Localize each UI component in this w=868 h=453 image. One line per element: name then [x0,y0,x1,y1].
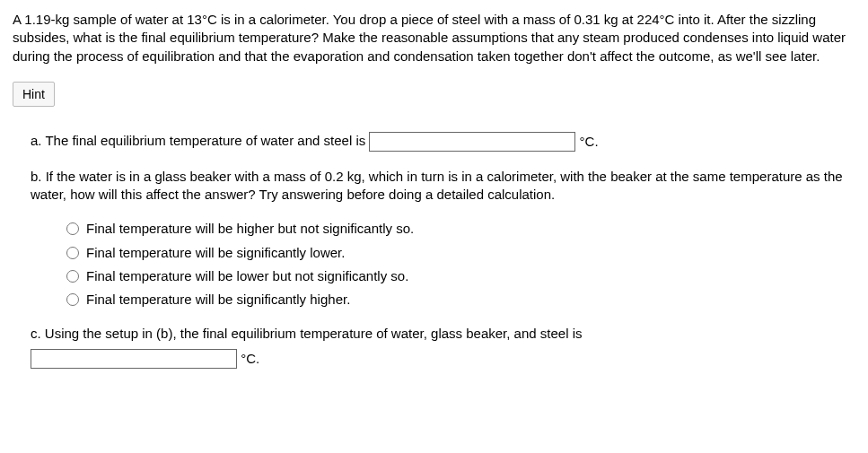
part-b-option-label: Final temperature will be significantly … [86,244,345,262]
part-b-option-label: Final temperature will be significantly … [86,291,350,309]
parts-container: a. The final equilibrium temperature of … [13,132,847,369]
option-row: Final temperature will be significantly … [66,244,847,262]
part-c-text: c. Using the setup in (b), the final equ… [31,325,847,343]
hint-button[interactable]: Hint [13,82,55,107]
option-row: Final temperature will be higher but not… [66,220,847,238]
option-row: Final temperature will be lower but not … [66,267,847,285]
problem-statement: A 1.19-kg sample of water at 13°C is in … [13,11,855,65]
part-a-input[interactable] [369,132,575,152]
part-b-radio-0[interactable] [66,222,79,235]
part-a-prefix: a. The final equilibrium temperature of … [31,133,369,148]
part-c: c. Using the setup in (b), the final equ… [31,325,847,368]
part-b-option-label: Final temperature will be higher but not… [86,220,414,238]
part-c-input[interactable] [31,349,237,369]
part-b-radio-3[interactable] [66,293,79,306]
option-row: Final temperature will be significantly … [66,291,847,309]
part-a-unit: °C. [580,134,599,149]
part-b-option-label: Final temperature will be lower but not … [86,267,408,285]
part-b-radio-2[interactable] [66,270,79,283]
part-b-text: b. If the water is in a glass beaker wit… [31,168,847,205]
part-c-unit: °C. [241,350,259,365]
part-b: b. If the water is in a glass beaker wit… [31,168,847,309]
part-a: a. The final equilibrium temperature of … [31,132,847,152]
part-b-radio-1[interactable] [66,247,79,259]
part-b-options: Final temperature will be higher but not… [66,220,847,309]
